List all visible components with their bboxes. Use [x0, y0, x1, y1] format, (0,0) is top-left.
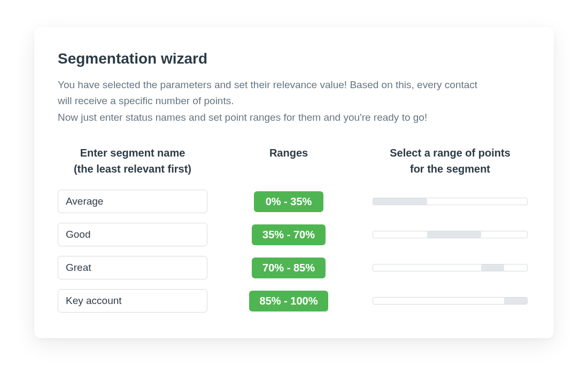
range-slider-fill [504, 298, 527, 304]
page-title: Segmentation wizard [58, 50, 530, 67]
slider-wrap [370, 198, 530, 205]
slider-wrap [370, 297, 530, 305]
range-badge: 70% - 85% [252, 258, 326, 278]
columns-header: Enter segment name (the least relevant f… [58, 145, 530, 177]
segment-row: 85% - 100% [58, 289, 530, 313]
page-description: You have selected the parameters and set… [58, 77, 480, 126]
segmentation-wizard-card: Segmentation wizard You have selected th… [34, 27, 554, 338]
slider-wrap [370, 264, 530, 271]
range-badge: 85% - 100% [249, 291, 329, 311]
column-header-ranges: Ranges [218, 145, 359, 161]
segment-name-input[interactable] [58, 190, 207, 213]
range-badge-wrap: 70% - 85% [218, 258, 359, 278]
range-slider[interactable] [373, 231, 528, 238]
segment-name-input[interactable] [58, 256, 207, 279]
segment-name-input[interactable] [58, 223, 207, 246]
segment-row: 35% - 70% [58, 223, 530, 246]
range-slider[interactable] [373, 264, 528, 271]
range-slider-fill [373, 198, 427, 205]
segment-row: 70% - 85% [58, 256, 530, 279]
range-slider[interactable] [373, 297, 528, 305]
segment-name-input[interactable] [58, 289, 207, 313]
segment-rows: 0% - 35% 35% - 70% 70% - 85% [58, 190, 530, 313]
column-header-name-line1: Enter segment name [80, 147, 185, 159]
range-badge: 0% - 35% [254, 191, 323, 212]
column-header-name-line2: (the least relevant first) [74, 163, 191, 175]
column-header-points-line1: Select a range of points [390, 147, 510, 159]
column-header-name: Enter segment name (the least relevant f… [58, 145, 207, 177]
slider-wrap [370, 231, 530, 238]
description-line-1: You have selected the parameters and set… [58, 79, 477, 106]
range-badge-wrap: 0% - 35% [218, 191, 359, 212]
range-slider-fill [481, 264, 504, 271]
range-badge: 35% - 70% [252, 224, 326, 245]
range-badge-wrap: 35% - 70% [218, 224, 359, 245]
column-header-points: Select a range of points for the segment [370, 145, 530, 177]
range-slider[interactable] [373, 198, 528, 205]
segment-row: 0% - 35% [58, 190, 530, 213]
column-header-points-line2: for the segment [410, 163, 490, 175]
range-slider-fill [427, 231, 481, 238]
description-line-2: Now just enter status names and set poin… [58, 112, 427, 123]
range-badge-wrap: 85% - 100% [218, 291, 359, 311]
